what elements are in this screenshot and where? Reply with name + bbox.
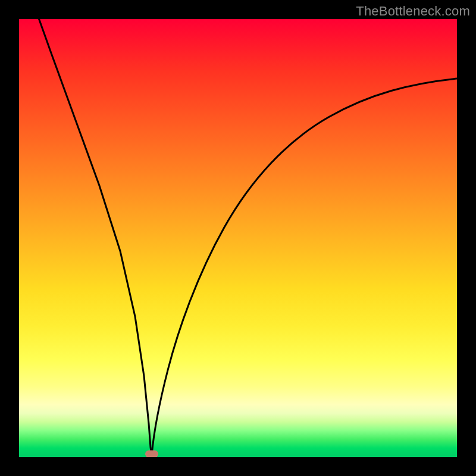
- plot-area: [19, 19, 457, 457]
- min-marker: [145, 450, 158, 457]
- chart-frame: TheBottleneck.com: [0, 0, 476, 476]
- right-branch-path: [152, 79, 457, 455]
- curve-layer: [19, 19, 457, 457]
- left-branch-path: [37, 19, 152, 455]
- watermark-text: TheBottleneck.com: [356, 4, 470, 19]
